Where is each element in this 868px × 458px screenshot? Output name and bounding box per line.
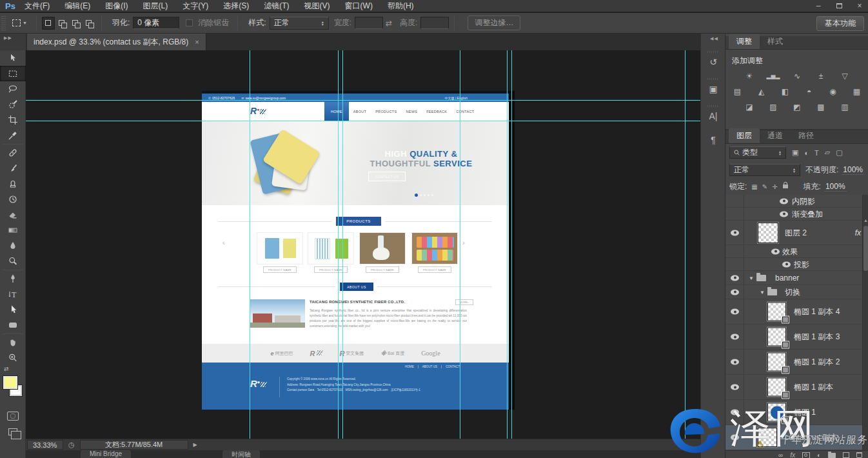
partner-alibaba[interactable]: e阿里巴巴 [270,350,293,357]
color-lookup-icon[interactable]: ▦ [849,86,865,97]
menu-filter[interactable]: 滤镜(T) [264,1,289,12]
style-dropdown[interactable]: 正常 ▲▼ [270,17,329,30]
layer-row-contact-us-copy[interactable]: ⚠ contact us 副本 [725,425,868,450]
layer-effect-inner-shadow[interactable]: 内阴影 [725,195,868,208]
carousel-dots[interactable] [415,194,433,197]
adjustment-layer-filter-icon[interactable]: ◐ [804,149,809,157]
history-brush-tool[interactable] [0,192,26,207]
pixel-layer-filter-icon[interactable]: ▣ [792,148,798,157]
gradient-tool[interactable] [0,223,26,238]
footer-link-about[interactable]: ABOUT US [419,365,442,368]
product-name-button[interactable]: PRODUCT NAME [263,266,297,273]
site-nav-feedback[interactable]: FEEDBACK [422,110,451,114]
lasso-tool[interactable] [0,81,26,97]
selection-mode-intersect-button[interactable] [83,17,95,30]
close-button[interactable]: × [854,1,865,10]
partner-baidu[interactable]: ※Bai 百度 [380,350,404,357]
layer-thumbnail[interactable] [767,378,786,397]
layer-effect-gradient-overlay[interactable]: 渐变叠加 [725,208,868,221]
visibility-eye-icon[interactable] [731,410,739,415]
exposure-icon[interactable]: ± [813,70,829,81]
lock-move-icon[interactable]: ✛ [772,183,777,190]
product-name-button[interactable]: PRODUCT NAME [366,266,399,273]
rectangular-marquee-tool[interactable] [0,66,26,81]
blur-tool[interactable] [0,238,26,254]
gradient-map-icon[interactable]: ▩ [813,101,829,112]
vibrance-icon[interactable]: ▽ [837,70,853,81]
visibility-eye-icon[interactable] [731,309,739,315]
layer-group-banner[interactable]: ▼ banner [725,271,868,285]
site-nav-news[interactable]: NEWS [401,110,422,114]
zoom-level-input[interactable]: 33.33% [27,440,63,450]
layer-thumbnail[interactable] [767,353,786,372]
layer-effects-header[interactable]: 效果 [725,245,868,258]
menu-type[interactable]: 文字(Y) [182,1,208,12]
delete-layer-icon[interactable] [856,452,862,458]
menu-select[interactable]: 选择(S) [223,1,249,12]
dodge-tool[interactable] [0,254,26,269]
layer-row[interactable]: 图层 2 fx [725,221,868,245]
guide-vertical[interactable] [511,50,512,439]
visibility-eye-icon[interactable] [731,384,739,390]
quick-mask-button[interactable] [0,408,26,424]
tab-mini-bridge[interactable]: Mini Bridge [81,450,131,458]
close-document-icon[interactable]: × [195,38,199,46]
menu-image[interactable]: 图像(I) [105,1,128,12]
rounded-rectangle-tool[interactable] [0,317,26,333]
workspace-switcher-button[interactable]: 基本功能 [816,16,864,31]
layer-thumbnail[interactable]: ⚠ [758,428,777,447]
site-nav-home[interactable]: HOME [324,102,349,121]
add-mask-icon[interactable] [802,452,810,458]
eraser-tool[interactable] [0,207,26,223]
properties-panel-button[interactable]: ▣ [701,72,725,99]
brush-tool[interactable] [0,161,26,176]
layer-group-switch[interactable]: ▼ 切换 [725,285,868,299]
partner-rongwen-group[interactable]: R荣文集团 [339,350,364,357]
channel-mixer-icon[interactable]: ◉ [825,86,841,97]
layer-style-fx-icon[interactable]: fx [790,452,795,458]
visibility-eye-icon[interactable] [780,211,788,217]
clone-stamp-tool[interactable] [0,176,26,192]
scroll-up-arrow[interactable]: ▲ [863,218,868,223]
tool-preset-picker[interactable]: ▼ [8,19,31,26]
lock-paint-icon[interactable]: ✎ [762,183,767,190]
dock-expand-button[interactable]: ◀◀ [701,34,725,45]
guide-vertical[interactable] [507,50,508,439]
site-nav-contact[interactable]: CONTACT [451,110,478,114]
zoom-tool[interactable] [0,350,26,366]
move-tool[interactable] [0,50,26,66]
refine-edge-button[interactable]: 调整边缘… [468,15,520,30]
path-selection-tool[interactable] [0,302,26,317]
tab-adjustments[interactable]: 调整 [729,34,760,49]
carousel-dot[interactable] [431,194,433,196]
layer-effect-drop-shadow[interactable]: 投影 [725,258,868,271]
restore-button[interactable] [833,1,845,10]
guide-vertical[interactable] [342,50,343,439]
visibility-eye-icon[interactable] [780,198,788,204]
site-language-switch[interactable]: 中文版 | English [445,96,468,100]
menu-layer[interactable]: 图层(L) [143,1,168,12]
layer-filter-dropdown[interactable]: 类型 ▲▼ [729,146,786,159]
layer-row-ellipse1[interactable]: 椭圆 1 [725,400,868,425]
lock-all-icon[interactable] [783,184,788,188]
visibility-eye-icon[interactable] [731,435,739,441]
layer-row-ellipse-copy[interactable]: 椭圆 1 副本 [725,375,868,400]
carousel-dot-active[interactable] [415,194,418,197]
tab-timeline[interactable]: 时间轴 [222,450,260,458]
posterize-icon[interactable]: ▨ [765,101,781,112]
toolbar-collapse-button[interactable]: ▶▶ [0,34,26,50]
history-panel-button[interactable]: ↺ [701,45,725,72]
guide-vertical[interactable] [685,50,686,439]
swap-colors-icon[interactable]: ⇄ [0,366,26,373]
smart-object-filter-icon[interactable]: ▢ [836,148,842,157]
opacity-value[interactable]: 100% [842,165,864,175]
selective-color-icon[interactable]: ▥ [837,101,853,112]
type-tool[interactable]: T [0,286,26,302]
menu-help[interactable]: 帮助(H) [388,1,414,12]
hue-saturation-icon[interactable]: ▤ [730,86,745,97]
selection-mode-add-button[interactable] [55,17,68,30]
quick-selection-tool[interactable] [0,97,26,112]
banner-contact-button[interactable]: CONTACT US [368,172,406,181]
curves-icon[interactable]: ∿ [789,70,805,81]
site-nav-products[interactable]: PRODUCTS [371,110,401,114]
